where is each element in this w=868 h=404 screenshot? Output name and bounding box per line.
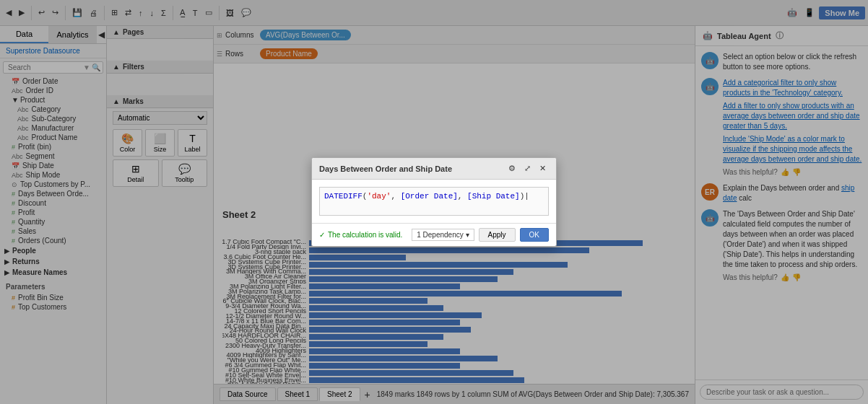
formula-arg2: [Order Date] bbox=[401, 192, 458, 201]
modal-body: DATEDIFF('day', [Order Date], [Ship Date… bbox=[312, 180, 556, 223]
modal-actions: 1 Dependency ▾ Apply OK bbox=[412, 228, 549, 242]
modal-expand-button[interactable]: ⤢ bbox=[521, 162, 534, 175]
calculation-dialog: Days Between Order and Ship Date ⚙ ⤢ ✕ D… bbox=[311, 157, 557, 247]
modal-close-button[interactable]: ✕ bbox=[537, 162, 549, 175]
formula-arg3: [Ship Date] bbox=[467, 192, 520, 201]
modal-controls: ⚙ ⤢ ✕ bbox=[505, 162, 549, 175]
modal-settings-button[interactable]: ⚙ bbox=[505, 162, 518, 175]
formula-function: DATEDIFF bbox=[324, 192, 363, 201]
ok-button[interactable]: OK bbox=[520, 228, 549, 242]
formula-editor[interactable]: DATEDIFF('day', [Order Date], [Ship Date… bbox=[319, 187, 549, 216]
modal-header: Days Between Order and Ship Date ⚙ ⤢ ✕ bbox=[312, 158, 556, 180]
modal-footer: ✓ The calculation is valid. 1 Dependency… bbox=[312, 223, 556, 246]
valid-indicator: ✓ The calculation is valid. bbox=[319, 231, 402, 239]
valid-text: The calculation is valid. bbox=[328, 231, 402, 239]
modal-title: Days Between Order and Ship Date bbox=[319, 164, 452, 173]
checkmark-icon: ✓ bbox=[319, 231, 325, 239]
dependency-button[interactable]: 1 Dependency ▾ bbox=[412, 229, 474, 241]
apply-button[interactable]: Apply bbox=[479, 228, 516, 242]
formula-arg1: 'day' bbox=[367, 192, 391, 201]
modal-overlay[interactable]: Days Between Order and Ship Date ⚙ ⤢ ✕ D… bbox=[0, 0, 868, 404]
